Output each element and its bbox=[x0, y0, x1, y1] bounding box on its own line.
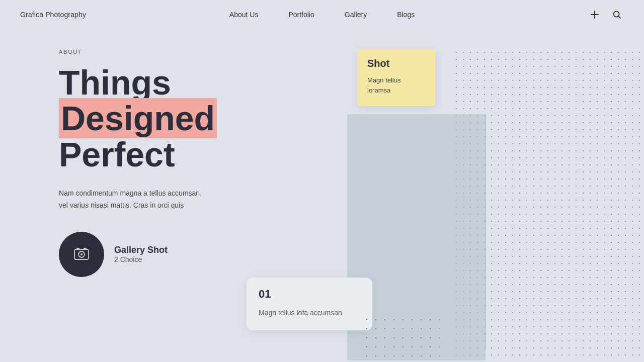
main-content: ABOUT Things Designed Perfect Nam condim… bbox=[0, 29, 644, 362]
heading-line2-text: Designed bbox=[59, 98, 217, 138]
navigation: Grafica Photography About Us Portfolio G… bbox=[0, 0, 644, 29]
num-card-number: 01 bbox=[259, 288, 360, 301]
nav-links: About Us Portfolio Gallery Blogs bbox=[229, 11, 415, 19]
dots-cluster bbox=[362, 315, 443, 360]
nav-gallery[interactable]: Gallery bbox=[345, 11, 367, 19]
gallery-icon-circle[interactable] bbox=[59, 232, 104, 277]
nav-blogs[interactable]: Blogs bbox=[397, 11, 415, 19]
shot-card-title: Shot bbox=[367, 58, 425, 69]
svg-rect-8 bbox=[84, 248, 87, 250]
num-card: 01 Magn tellus lofa accumsan bbox=[247, 278, 372, 330]
svg-rect-7 bbox=[76, 248, 79, 250]
nav-actions bbox=[588, 8, 624, 22]
photo-divider bbox=[486, 114, 486, 350]
site-logo: Grafica Photography bbox=[20, 11, 86, 19]
svg-point-6 bbox=[80, 253, 83, 255]
gallery-info: Gallery Shot 2 Choice bbox=[114, 245, 168, 263]
gallery-shot-subtitle: 2 Choice bbox=[114, 255, 168, 263]
plus-icon[interactable] bbox=[588, 8, 602, 22]
nav-about-us[interactable]: About Us bbox=[229, 11, 259, 19]
search-icon[interactable] bbox=[610, 8, 624, 22]
hero-description: Nam condimentum magna a tellus accumsan,… bbox=[59, 188, 210, 212]
shot-card-description: Magn tellus loramsa bbox=[367, 75, 425, 95]
svg-point-2 bbox=[614, 11, 619, 17]
svg-line-3 bbox=[619, 16, 621, 18]
right-area: Shot Magn tellus loramsa 01 Magn tellus … bbox=[347, 49, 644, 360]
gallery-shot-title: Gallery Shot bbox=[114, 245, 168, 255]
nav-portfolio[interactable]: Portfolio bbox=[288, 11, 314, 19]
shot-card: Shot Magn tellus loramsa bbox=[357, 49, 435, 106]
num-card-description: Magn tellus lofa accumsan bbox=[259, 308, 360, 318]
